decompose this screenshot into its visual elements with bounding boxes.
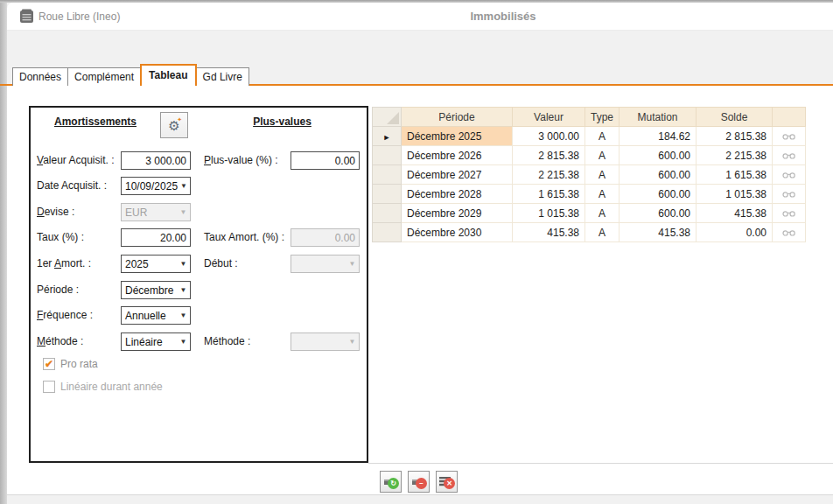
divider: [368, 463, 833, 464]
chevron-down-icon[interactable]: ▼: [177, 307, 190, 324]
cell-solde[interactable]: 415.38: [696, 204, 773, 223]
safe-icon: [19, 9, 34, 28]
lineaire-annee-checkbox[interactable]: [43, 381, 55, 393]
glasses-icon: [782, 209, 796, 218]
cell-valeur[interactable]: 2 215.38: [513, 165, 585, 185]
valeur-acquisit-label: Valeur Acquisit. :: [37, 154, 115, 166]
taux-amort-input: [290, 228, 360, 247]
amortissement-settings-button[interactable]: ⚙ ✦: [160, 112, 188, 138]
col-periode[interactable]: Période: [402, 108, 513, 127]
chevron-down-icon[interactable]: ▼: [177, 256, 190, 272]
premier-amort-combobox[interactable]: 2025 ▼: [121, 255, 191, 273]
chevron-down-icon[interactable]: ▼: [177, 282, 190, 298]
app-window: Roue Libre (Ineo) Immobilisés Données Co…: [0, 0, 833, 504]
table-row[interactable]: Décembre 2029 1 015.38 A 600.00 415.38: [373, 204, 806, 223]
delete-row-button[interactable]: −: [408, 471, 430, 493]
cell-type[interactable]: A: [585, 165, 620, 185]
lineaire-annee-checkbox-row: Linéaire durant année: [43, 381, 163, 393]
debut-label: Début :: [204, 257, 238, 270]
cell-type[interactable]: A: [585, 146, 620, 165]
insert-row-button[interactable]: ↻: [380, 471, 402, 493]
col-link: [773, 108, 806, 127]
row-detail-link[interactable]: [773, 165, 806, 185]
cell-periode[interactable]: Décembre 2025: [402, 127, 513, 146]
tab-complement[interactable]: Complément: [67, 67, 141, 86]
cell-mutation[interactable]: 600.00: [620, 185, 696, 204]
cell-type[interactable]: A: [585, 204, 620, 223]
insert-row-icon: ↻: [388, 478, 399, 489]
glasses-icon: [782, 190, 796, 199]
taux-amort-label: Taux Amort. (%) :: [204, 231, 284, 243]
row-detail-link[interactable]: [773, 204, 806, 223]
window-left-edge: [0, 3, 7, 504]
table-row[interactable]: Décembre 2028 1 615.38 A 600.00 1 015.38: [373, 185, 806, 204]
cell-type[interactable]: A: [585, 127, 620, 146]
plus-methode-label: Méthode :: [204, 335, 250, 347]
col-valeur[interactable]: Valeur: [513, 108, 585, 127]
methode-combobox[interactable]: Linéaire ▼: [121, 332, 191, 351]
date-acquisit-label: Date Acquisit. :: [37, 179, 107, 192]
cell-mutation[interactable]: 600.00: [620, 204, 696, 223]
cell-valeur[interactable]: 3 000.00: [513, 127, 585, 146]
col-solde[interactable]: Solde: [696, 108, 773, 127]
table-row[interactable]: Décembre 2026 2 815.38 A 600.00 2 215.38: [373, 146, 806, 165]
cell-valeur[interactable]: 1 015.38: [513, 204, 585, 223]
row-selector-header[interactable]: [373, 108, 402, 127]
cell-valeur[interactable]: 415.38: [513, 223, 585, 242]
cell-periode[interactable]: Décembre 2029: [402, 204, 513, 223]
row-detail-link[interactable]: [773, 223, 806, 242]
frequence-label: Fréquence :: [37, 309, 93, 321]
glasses-icon: [782, 228, 796, 237]
cell-mutation[interactable]: 600.00: [620, 146, 696, 165]
frequence-combobox[interactable]: Annuelle ▼: [121, 306, 191, 325]
plus-value-input[interactable]: [290, 151, 360, 170]
pro-rata-label: Pro rata: [60, 358, 98, 370]
cell-solde[interactable]: 2 815.38: [696, 127, 773, 146]
date-acquisit-combobox[interactable]: 10/09/2025 ▼: [121, 177, 191, 195]
cell-solde[interactable]: 2 215.38: [696, 146, 773, 165]
cell-mutation[interactable]: 600.00: [620, 165, 696, 185]
periode-combobox[interactable]: Décembre ▼: [121, 281, 191, 299]
cell-periode[interactable]: Décembre 2028: [402, 185, 513, 204]
cell-type[interactable]: A: [585, 223, 620, 242]
chevron-down-icon[interactable]: ▼: [178, 178, 190, 194]
methode-label: Méthode :: [37, 335, 83, 347]
taux-input[interactable]: [121, 228, 191, 247]
row-detail-link[interactable]: [773, 127, 806, 146]
table-row[interactable]: ► Décembre 2025 3 000.00 A 184.62 2 815.…: [373, 127, 806, 146]
lineaire-annee-label: Linéaire durant année: [60, 381, 163, 393]
cell-periode[interactable]: Décembre 2026: [402, 146, 513, 165]
clear-table-button[interactable]: ✕: [436, 471, 458, 493]
table-row[interactable]: Décembre 2027 2 215.38 A 600.00 1 615.38: [373, 165, 806, 185]
chevron-down-icon[interactable]: ▼: [177, 333, 190, 350]
check-icon: ✔: [45, 359, 53, 369]
pro-rata-checkbox[interactable]: ✔: [43, 358, 55, 370]
cell-type[interactable]: A: [585, 185, 620, 204]
chevron-down-icon: ▼: [177, 204, 190, 220]
row-detail-link[interactable]: [773, 185, 806, 204]
tab-tableau[interactable]: Tableau: [140, 64, 196, 86]
devise-combobox: EUR ▼: [121, 203, 191, 221]
tab-gd-livre[interactable]: Gd Livre: [196, 67, 249, 86]
table-header-row: Période Valeur Type Mutation Solde: [373, 108, 806, 127]
col-mutation[interactable]: Mutation: [620, 108, 696, 127]
cell-periode[interactable]: Décembre 2030: [402, 223, 513, 242]
cell-solde[interactable]: 1 615.38: [696, 165, 773, 185]
titlebar: Roue Libre (Ineo) Immobilisés: [7, 3, 833, 31]
cell-mutation[interactable]: 184.62: [620, 127, 696, 146]
cell-periode[interactable]: Décembre 2027: [402, 165, 513, 185]
table-row[interactable]: Décembre 2030 415.38 A 415.38 0.00: [373, 223, 806, 242]
tab-donnees[interactable]: Données: [12, 67, 68, 86]
valeur-acquisit-input[interactable]: [121, 151, 191, 170]
glasses-icon: [782, 171, 796, 179]
page-title: Immobilisés: [401, 10, 606, 23]
cell-solde[interactable]: 1 015.38: [696, 185, 773, 204]
col-type[interactable]: Type: [585, 108, 620, 127]
cell-mutation[interactable]: 415.38: [620, 223, 696, 242]
row-detail-link[interactable]: [773, 146, 806, 165]
debut-combobox: ▼: [290, 255, 360, 273]
cell-valeur[interactable]: 1 615.38: [513, 185, 585, 204]
plus-methode-combobox: ▼: [290, 332, 360, 351]
cell-valeur[interactable]: 2 815.38: [513, 146, 585, 165]
cell-solde[interactable]: 0.00: [696, 223, 773, 242]
